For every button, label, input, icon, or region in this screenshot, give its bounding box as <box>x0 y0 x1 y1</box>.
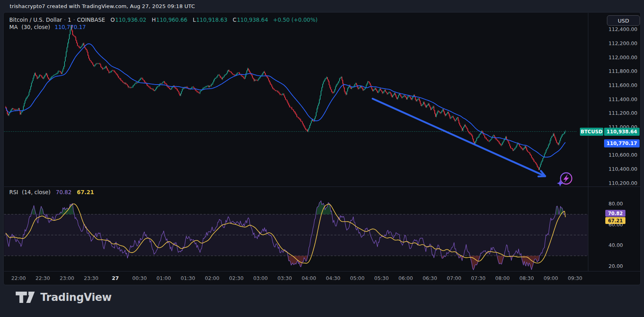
tradingview-logo-text: TradingView <box>40 291 112 303</box>
ma-value: 110,770.17 <box>55 24 86 30</box>
symbol-title: Bitcoin / U.S. Dollar <box>9 17 62 23</box>
symbol-interval: 1 <box>68 17 71 23</box>
candle-bodies-down <box>6 25 558 170</box>
rsi-overbought-fill <box>31 201 563 214</box>
rsi-params: (14, close) <box>22 189 50 195</box>
rsi-ma-value-badge: 67.21 <box>605 217 625 224</box>
ma-params: (30, close) <box>21 24 50 30</box>
ma-price-badge: 110,770.17 <box>604 139 640 147</box>
rsi-name: RSI <box>9 189 18 195</box>
chart-widget[interactable]: 112,400.00112,200.00112,000.00111,800.00… <box>3 12 641 285</box>
tradingview-logo[interactable]: TradingView <box>15 291 112 304</box>
close-label: C <box>233 17 236 23</box>
rsi-legend[interactable]: RSI (14, close) 70.82 67.21 <box>9 189 94 195</box>
tradingview-logo-icon <box>15 291 35 304</box>
symbol-exchange: COINBASE <box>77 17 105 23</box>
high-value: 110,960.66 <box>156 17 187 23</box>
ma-legend[interactable]: MA (30, close) 110,770.17 <box>9 24 86 30</box>
open-value: 110,936.02 <box>115 17 146 23</box>
rsi-value: 70.82 <box>56 189 72 195</box>
attribution-text: trishacrypto7 created with TradingView.c… <box>10 3 195 9</box>
change-value: +0.50 (+0.00%) <box>273 17 317 23</box>
last-price-badge: 110,938.64 <box>604 128 640 136</box>
rsi-value-badge: 70.82 <box>605 210 625 217</box>
low-label: L <box>193 17 196 23</box>
high-label: H <box>152 17 156 23</box>
trend-arrow[interactable] <box>373 99 545 176</box>
close-value: 110,938.64 <box>237 17 268 23</box>
low-value: 110,918.63 <box>196 17 227 23</box>
symbol-legend[interactable]: Bitcoin / U.S. Dollar·1·COINBASE O110,93… <box>9 17 318 23</box>
candle-wicks-down <box>6 25 558 170</box>
rsi-ma-value: 67.21 <box>77 189 94 195</box>
rsi-oversold-fill <box>288 256 539 270</box>
ma-name: MA <box>9 24 18 30</box>
legend-separator: · <box>64 17 66 23</box>
symbol-price-label-badge: BTCUSD <box>580 128 603 136</box>
lightning-spark-icon[interactable] <box>557 173 572 186</box>
chart-canvas[interactable] <box>4 12 641 285</box>
currency-toggle-button[interactable]: USD <box>607 15 640 26</box>
legend-separator: · <box>73 17 75 23</box>
open-label: O <box>110 17 115 23</box>
